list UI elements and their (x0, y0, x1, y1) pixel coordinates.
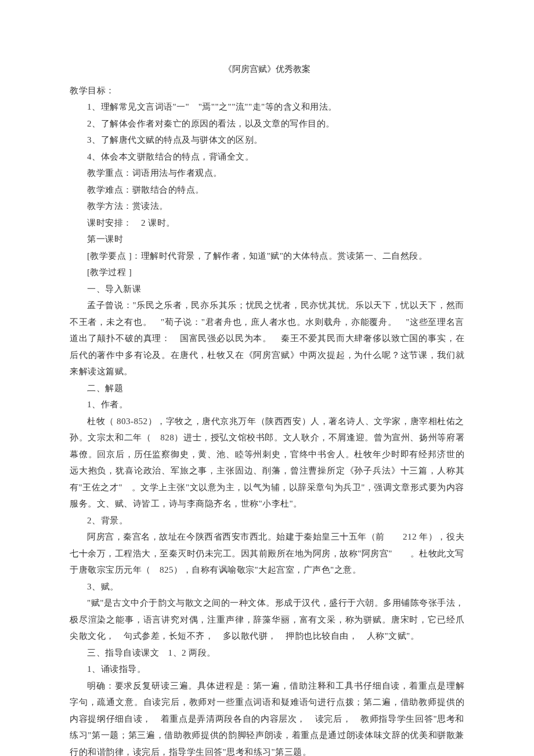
schedule: 课时安排： 2 课时。 (70, 215, 464, 231)
teaching-goals-heading: 教学目标： (70, 82, 464, 99)
section-1-title: 一、导入新课 (70, 281, 464, 298)
goal-item-1: 1、理解常见文言词语"一" "焉""之""流""走"等的含义和用法。 (70, 99, 464, 115)
section-2-3-label: 3、赋。 (70, 578, 464, 595)
teaching-difficulty: 教学难点：骈散结合的特点。 (70, 182, 464, 198)
goal-item-4: 4、体会本文骈散结合的特点，背诵全文。 (70, 149, 464, 165)
teaching-focus: 教学重点：词语用法与作者观点。 (70, 165, 464, 182)
section-3-1-label: 1、诵读指导。 (70, 661, 464, 678)
document-title: 《阿房宫赋》优秀教案 (70, 61, 464, 78)
section-3-title: 三、指导自读课文 1、2 两段。 (70, 645, 464, 661)
goal-item-2: 2、了解体会作者对秦亡的原因的看法，以及文章的写作目的。 (70, 115, 464, 132)
section-2-1-paragraph: 杜牧（ 803-852），字牧之，唐代京兆万年（陕西西安）人，著名诗人、文学家，… (70, 413, 464, 512)
section-2-title: 二、解题 (70, 380, 464, 397)
section-1-paragraph: 孟子曾说："乐民之乐者，民亦乐其乐；忧民之忧者，民亦忧其忧。乐以天下，忧以天下，… (70, 297, 464, 380)
goal-item-3: 3、了解唐代文赋的特点及与骈体文的区别。 (70, 132, 464, 149)
section-2-2-paragraph: 阿房宫，秦宫名，故址在今陕西省西安市西北。始建于秦始皇三十五年（前 212 年）… (70, 529, 464, 578)
teaching-points: [教学要点 ]：理解时代背景，了解作者，知道"赋"的大体特点。赏读第一、二自然段… (70, 248, 464, 265)
section-3-1-paragraph: 明确：要求反复研读三遍。具体进程是：第一遍，借助注释和工具书仔细自读，着重点是理… (70, 678, 464, 757)
period-heading: 第一课时 (70, 231, 464, 248)
section-2-2-label: 2、背景。 (70, 512, 464, 529)
teaching-process: [教学过程 ] (70, 264, 464, 281)
teaching-method: 教学方法：赏读法。 (70, 198, 464, 215)
section-2-1-label: 1、作者。 (70, 396, 464, 413)
section-2-3-paragraph: "赋"是古文中介于韵文与散文之间的一种文体。形成于汉代，盛行于六朝。多用铺陈夸张… (70, 595, 464, 645)
